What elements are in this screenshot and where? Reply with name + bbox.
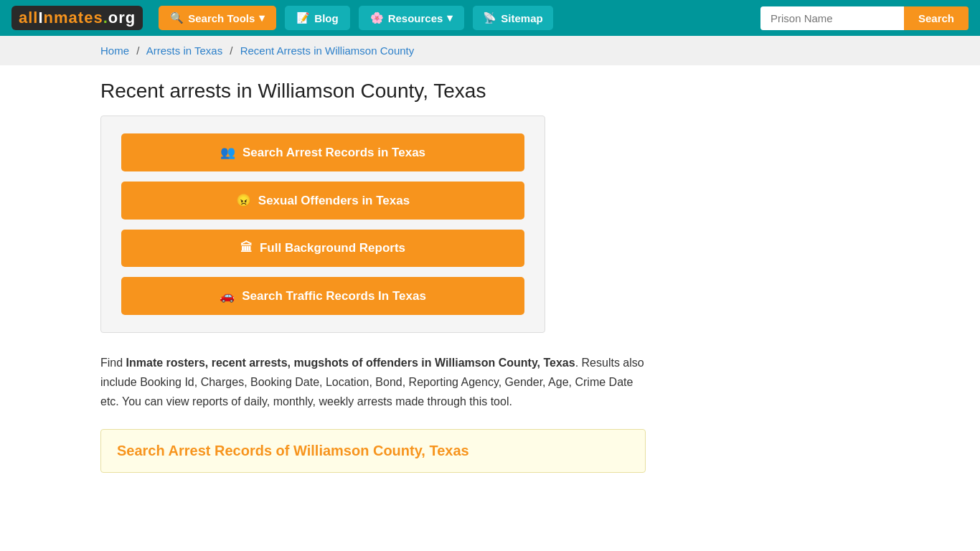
- page-title: Recent arrests in Williamson County, Tex…: [100, 80, 880, 103]
- background-reports-label: Full Background Reports: [260, 241, 405, 255]
- arrest-records-label: Search Arrest Records in Texas: [242, 146, 425, 160]
- blog-label: Blog: [314, 12, 338, 24]
- prison-search-button[interactable]: Search: [904, 6, 969, 30]
- bottom-box-title: Search Arrest Records of Williamson Coun…: [117, 443, 629, 459]
- breadcrumb: Home / Arrests in Texas / Recent Arrests…: [0, 36, 980, 65]
- blog-button[interactable]: 📝 Blog: [285, 6, 349, 30]
- sexual-offenders-label: Sexual Offenders in Texas: [258, 194, 410, 208]
- bottom-search-box: Search Arrest Records of Williamson Coun…: [100, 429, 646, 473]
- search-button-label: Search: [918, 12, 954, 24]
- chevron-down-icon: ▾: [259, 11, 265, 24]
- breadcrumb-arrests[interactable]: Arrests in Texas: [146, 44, 222, 57]
- header-search-wrap: Search: [760, 6, 969, 30]
- blog-icon: 📝: [296, 11, 310, 24]
- sitemap-button[interactable]: 📡 Sitemap: [473, 6, 552, 30]
- breadcrumb-sep-1: /: [136, 44, 139, 57]
- logo-text: allInmates.org: [11, 6, 143, 30]
- traffic-records-icon: 🚗: [220, 288, 235, 303]
- main-content: Recent arrests in Williamson County, Tex…: [0, 65, 980, 487]
- breadcrumb-sep-2: /: [230, 44, 232, 57]
- search-tools-button[interactable]: 🔍 Search Tools ▾: [159, 6, 276, 30]
- background-reports-button[interactable]: 🏛 Full Background Reports: [121, 230, 524, 267]
- sexual-offenders-icon: 😠: [236, 193, 251, 208]
- resources-button[interactable]: 🌸 Resources ▾: [359, 6, 465, 30]
- description-bold: Inmate rosters, recent arrests, mugshots…: [126, 357, 575, 369]
- arrest-records-icon: 👥: [220, 145, 235, 160]
- breadcrumb-current[interactable]: Recent Arrests in Williamson County: [240, 44, 415, 57]
- chevron-down-icon-resources: ▾: [447, 11, 453, 24]
- background-reports-icon: 🏛: [240, 241, 253, 255]
- search-tools-icon: 🔍: [170, 11, 184, 24]
- description: Find Inmate rosters, recent arrests, mug…: [100, 353, 646, 412]
- header: allInmates.org 🔍 Search Tools ▾ 📝 Blog 🌸…: [0, 0, 980, 36]
- resources-label: Resources: [388, 12, 443, 24]
- traffic-records-label: Search Traffic Records In Texas: [242, 289, 426, 303]
- sitemap-label: Sitemap: [501, 12, 542, 24]
- search-arrest-records-button[interactable]: 👥 Search Arrest Records in Texas: [121, 133, 524, 171]
- prison-search-input[interactable]: [760, 6, 904, 30]
- resources-icon: 🌸: [370, 11, 384, 24]
- description-prefix: Find: [100, 357, 126, 369]
- sitemap-icon: 📡: [483, 11, 496, 24]
- action-buttons-box: 👥 Search Arrest Records in Texas 😠 Sexua…: [100, 116, 545, 333]
- traffic-records-button[interactable]: 🚗 Search Traffic Records In Texas: [121, 277, 524, 315]
- logo[interactable]: allInmates.org: [11, 6, 143, 30]
- sexual-offenders-button[interactable]: 😠 Sexual Offenders in Texas: [121, 182, 524, 220]
- search-tools-label: Search Tools: [188, 12, 255, 24]
- breadcrumb-home[interactable]: Home: [100, 44, 129, 57]
